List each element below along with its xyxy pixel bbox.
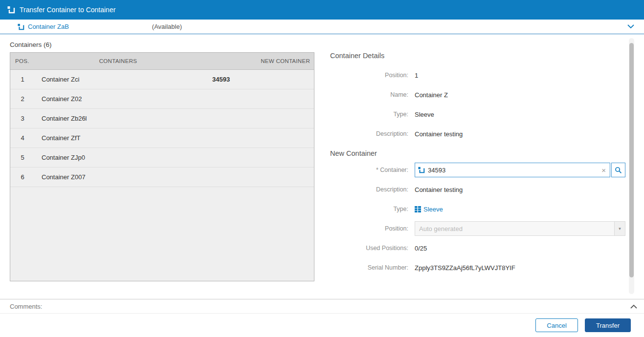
field-position: Position: 1: [330, 65, 625, 85]
search-container-button[interactable]: [611, 163, 625, 177]
field-value: Container testing: [415, 186, 463, 193]
field-label: Type:: [330, 111, 408, 118]
chevron-up-icon[interactable]: [630, 304, 637, 309]
cell-pos: 3: [10, 115, 35, 122]
dialog-header: Transfer Container to Container: [0, 0, 644, 20]
details-panel: Container Details Position: 1 Name: Cont…: [330, 34, 625, 277]
cell-pos: 1: [10, 76, 35, 83]
clear-icon[interactable]: ×: [600, 167, 607, 174]
field-label: Position:: [330, 225, 408, 232]
cell-container: Container Zb26l: [35, 115, 201, 122]
field-new-container: * Container: ×: [330, 160, 625, 180]
main-area: Containers (6) POS. CONTAINERS NEW CONTA…: [0, 34, 644, 299]
table-header-row: POS. CONTAINERS NEW CONTAINER: [10, 53, 314, 70]
cell-container: Container Z007: [35, 173, 201, 181]
field-value: Container Z: [415, 91, 448, 99]
container-details-title: Container Details: [330, 52, 625, 60]
cell-container: Container Zci: [35, 76, 201, 83]
new-container-title: New Container: [330, 149, 625, 157]
field-label: Description:: [330, 130, 408, 137]
containers-panel-title: Containers (6): [10, 41, 52, 48]
source-container-name: Container ZaB: [28, 23, 69, 30]
field-new-position: Position: ▼: [330, 219, 625, 238]
field-description: Description: Container testing: [330, 124, 625, 144]
table-row[interactable]: 6 Container Z007: [10, 168, 314, 187]
position-input[interactable]: [415, 222, 614, 235]
dropdown-arrow-icon[interactable]: ▼: [614, 222, 625, 235]
cell-pos: 4: [10, 134, 35, 142]
source-container-status: (Available): [152, 23, 182, 30]
field-used-positions: Used Positions: 0/25: [330, 238, 625, 258]
comments-bar: Comments:: [0, 299, 644, 314]
field-serial-number: Serial Number: Zpply3TS9ZZaAj56fL7yLWVJT…: [330, 258, 625, 277]
chevron-down-icon[interactable]: [627, 24, 634, 29]
table-row[interactable]: 2 Container Z02: [10, 89, 314, 109]
dialog-footer: Cancel Transfer: [0, 314, 644, 337]
field-label: Name:: [330, 91, 408, 98]
grid-icon: [415, 206, 421, 212]
column-header-pos: POS.: [10, 58, 35, 64]
column-header-new-container: NEW CONTAINER: [201, 58, 314, 64]
cell-pos: 6: [10, 173, 35, 181]
field-value: 0/25: [415, 245, 427, 252]
cell-container: Container ZJp0: [35, 154, 201, 161]
column-header-containers: CONTAINERS: [35, 58, 201, 64]
cell-container: Container Z02: [35, 95, 201, 103]
magnifier-icon: [615, 167, 622, 174]
cell-container: Container ZfT: [35, 134, 201, 142]
container-icon: [7, 6, 15, 14]
cell-new-container: 34593: [201, 76, 314, 83]
field-value: Zpply3TS9ZZaAj56fL7yLWVJT8YIF: [415, 264, 515, 272]
position-combo[interactable]: ▼: [415, 221, 625, 236]
field-value: Container testing: [415, 130, 463, 138]
field-label: Used Positions:: [330, 245, 408, 252]
field-name: Name: Container Z: [330, 85, 625, 105]
type-link[interactable]: Sleeve: [415, 206, 443, 213]
field-label: Type:: [330, 206, 408, 212]
field-new-type: Type: Sleeve: [330, 199, 625, 219]
field-value: Sleeve: [415, 111, 434, 118]
container-icon: [418, 167, 425, 173]
field-label: Serial Number:: [330, 264, 408, 271]
table-row[interactable]: 4 Container ZfT: [10, 128, 314, 148]
source-container-bar: Container ZaB (Available): [0, 20, 644, 34]
comments-label: Comments:: [10, 303, 42, 310]
scrollbar-thumb[interactable]: [629, 43, 634, 277]
field-value: 1: [415, 72, 418, 79]
field-type: Type: Sleeve: [330, 105, 625, 124]
vertical-scrollbar[interactable]: [629, 38, 634, 294]
cell-pos: 2: [10, 95, 35, 103]
container-icon: [18, 23, 24, 30]
container-input-group[interactable]: ×: [415, 163, 610, 177]
table-row[interactable]: 1 Container Zci 34593: [10, 70, 314, 89]
table-row[interactable]: 5 Container ZJp0: [10, 148, 314, 168]
container-input[interactable]: [428, 167, 600, 174]
field-label: Description:: [330, 186, 408, 193]
field-new-description: Description: Container testing: [330, 180, 625, 199]
transfer-dialog: Transfer Container to Container Containe…: [0, 0, 644, 337]
field-label: * Container:: [330, 167, 408, 173]
containers-table: POS. CONTAINERS NEW CONTAINER 1 Containe…: [10, 52, 314, 281]
cell-pos: 5: [10, 154, 35, 161]
field-label: Position:: [330, 72, 408, 79]
table-row[interactable]: 3 Container Zb26l: [10, 109, 314, 128]
type-value: Sleeve: [423, 206, 443, 213]
dialog-title: Transfer Container to Container: [20, 6, 115, 14]
cancel-button[interactable]: Cancel: [535, 318, 578, 332]
transfer-button[interactable]: Transfer: [585, 318, 631, 332]
